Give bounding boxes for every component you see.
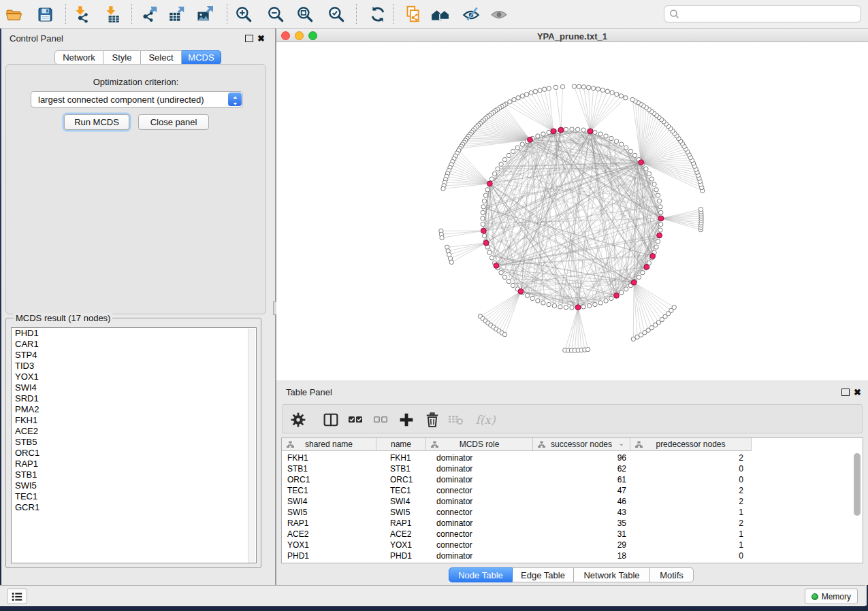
cell[interactable]: dominator: [426, 518, 533, 529]
graph-node-dominator[interactable]: [588, 129, 593, 134]
graph-node[interactable]: [581, 305, 585, 309]
column-header-successor-nodes[interactable]: successor nodes⌄: [533, 438, 630, 451]
network-canvas[interactable]: [276, 42, 868, 380]
graph-node-dominator[interactable]: [558, 127, 564, 133]
cell[interactable]: PHD1: [282, 550, 376, 561]
cell[interactable]: 47: [533, 485, 630, 496]
mcds-result-item[interactable]: ACE2: [12, 426, 256, 437]
graph-node[interactable]: [654, 188, 658, 192]
graph-node[interactable]: [620, 291, 624, 295]
cell[interactable]: dominator: [426, 550, 533, 561]
cell[interactable]: YOX1: [282, 540, 376, 550]
graph-node[interactable]: [630, 97, 634, 101]
delete-table-icon[interactable]: [446, 410, 466, 430]
table-row-SWI5[interactable]: SWI5SWI5connector431: [282, 507, 752, 518]
graph-node[interactable]: [619, 94, 623, 98]
table-panel-float-icon[interactable]: [841, 389, 850, 396]
graph-node[interactable]: [481, 216, 485, 220]
new-network-from-selection-icon[interactable]: [401, 3, 424, 26]
graph-node[interactable]: [558, 305, 562, 309]
mcds-list-scrollbar[interactable]: [248, 329, 255, 563]
graph-node[interactable]: [492, 171, 496, 176]
graph-node[interactable]: [658, 205, 662, 209]
graph-node[interactable]: [489, 256, 494, 260]
cell[interactable]: ORC1: [282, 474, 376, 485]
cell[interactable]: 31: [533, 529, 630, 540]
cell[interactable]: PHD1: [376, 550, 426, 561]
mcds-result-item[interactable]: SRD1: [12, 393, 256, 404]
graph-node[interactable]: [604, 134, 608, 138]
graph-node[interactable]: [560, 84, 564, 88]
graph-node[interactable]: [620, 142, 624, 146]
graph-node[interactable]: [628, 149, 632, 153]
cell[interactable]: SWI4: [376, 496, 426, 507]
graph-node[interactable]: [485, 188, 489, 192]
graph-node[interactable]: [585, 347, 590, 351]
table-settings-icon[interactable]: [288, 410, 308, 430]
graph-node[interactable]: [564, 127, 568, 131]
graph-node[interactable]: [593, 130, 597, 134]
cell[interactable]: 2: [630, 518, 752, 529]
export-image-icon[interactable]: [194, 3, 217, 26]
cell[interactable]: connector: [426, 507, 533, 518]
graph-node[interactable]: [482, 233, 486, 237]
graph-node[interactable]: [609, 296, 613, 300]
export-table-icon[interactable]: [165, 3, 189, 26]
graph-node[interactable]: [511, 283, 515, 287]
graph-node[interactable]: [547, 302, 551, 306]
graph-node[interactable]: [525, 293, 529, 297]
graph-node[interactable]: [553, 85, 558, 89]
graph-node[interactable]: [543, 87, 547, 91]
graph-node[interactable]: [547, 130, 551, 134]
graph-node[interactable]: [524, 93, 528, 97]
graph-node[interactable]: [598, 301, 602, 305]
graph-node[interactable]: [564, 306, 568, 310]
graph-node[interactable]: [652, 182, 656, 186]
cell[interactable]: 1: [630, 529, 752, 540]
control-tab-mcds[interactable]: MCDS: [182, 50, 221, 65]
cell[interactable]: 35: [533, 518, 630, 529]
graph-node[interactable]: [604, 299, 608, 303]
table-scrollbar-thumb[interactable]: [854, 453, 861, 516]
graph-node[interactable]: [570, 306, 574, 310]
graph-node[interactable]: [552, 303, 556, 308]
cell[interactable]: dominator: [426, 474, 533, 485]
graph-node-dominator[interactable]: [614, 293, 620, 299]
cell[interactable]: 43: [533, 507, 630, 518]
graph-node[interactable]: [520, 94, 524, 98]
graph-node[interactable]: [644, 167, 648, 171]
graph-node[interactable]: [481, 222, 485, 226]
graph-node[interactable]: [482, 199, 486, 203]
graph-node[interactable]: [541, 132, 545, 136]
refresh-icon[interactable]: [366, 3, 389, 26]
graph-node-dominator[interactable]: [528, 137, 533, 142]
zoom-out-icon[interactable]: [264, 3, 287, 26]
graph-node[interactable]: [624, 146, 628, 150]
table-row-FKH1[interactable]: FKH1FKH1dominator962: [282, 452, 752, 463]
graph-node[interactable]: [596, 87, 600, 91]
cell[interactable]: 2: [630, 496, 752, 507]
graph-node[interactable]: [512, 97, 516, 101]
graph-node[interactable]: [515, 146, 519, 150]
zoom-fit-icon[interactable]: [293, 3, 317, 26]
deselect-all-icon[interactable]: [371, 410, 391, 430]
control-tab-select[interactable]: Select: [141, 50, 182, 65]
cell[interactable]: 46: [533, 496, 630, 507]
graph-node[interactable]: [637, 275, 641, 279]
cell[interactable]: STB1: [282, 463, 376, 474]
table-tab-network-table[interactable]: Network Table: [574, 567, 650, 582]
cell[interactable]: 96: [533, 452, 630, 463]
table-tab-motifs[interactable]: Motifs: [650, 567, 694, 582]
graph-node[interactable]: [587, 303, 591, 308]
graph-node-dominator[interactable]: [650, 254, 656, 259]
cell[interactable]: ORC1: [376, 474, 426, 485]
cell[interactable]: connector: [426, 540, 533, 550]
graph-node[interactable]: [499, 162, 503, 166]
graph-node[interactable]: [698, 208, 703, 212]
graph-node[interactable]: [572, 84, 576, 88]
column-header-name[interactable]: name: [376, 438, 426, 451]
table-row-PHD1[interactable]: PHD1PHD1dominator180: [282, 550, 752, 561]
cell[interactable]: SWI5: [376, 507, 426, 518]
cell[interactable]: 0: [630, 463, 752, 474]
mcds-result-item[interactable]: PHD1: [12, 328, 256, 339]
